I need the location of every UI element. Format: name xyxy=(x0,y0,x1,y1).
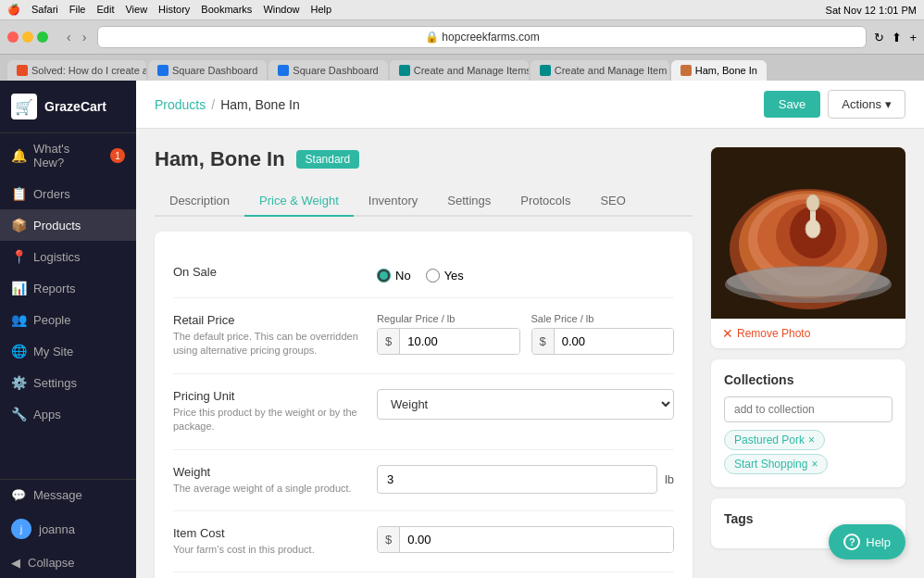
forward-button[interactable]: › xyxy=(79,30,91,44)
tab-inventory[interactable]: Inventory xyxy=(354,186,432,217)
actions-button[interactable]: Actions ▾ xyxy=(828,90,905,119)
help-button[interactable]: ? Help xyxy=(829,524,905,559)
tab-price-weight[interactable]: Price & Weight xyxy=(244,186,354,217)
sidebar-label-people: People xyxy=(33,313,70,327)
weight-desc: The average weight of a single product. xyxy=(173,482,358,496)
reports-icon: 📊 xyxy=(11,281,26,295)
product-image xyxy=(711,147,905,319)
sidebar-user[interactable]: j joanna xyxy=(0,510,136,547)
message-icon: 💬 xyxy=(11,488,26,502)
sidebar-item-logistics[interactable]: 📍 Logistics xyxy=(0,241,136,272)
on-sale-no-radio[interactable] xyxy=(377,269,391,283)
settings-icon: ⚙️ xyxy=(11,375,26,390)
item-cost-input-wrap: $ xyxy=(377,526,674,553)
on-sale-radio-group: No Yes xyxy=(377,265,674,283)
add-collection-input[interactable] xyxy=(724,396,893,422)
tab-2[interactable]: Square Dashboard xyxy=(148,60,267,81)
new-tab-icon[interactable]: + xyxy=(909,31,917,44)
apps-icon: 🔧 xyxy=(11,407,26,421)
tab-1[interactable]: Solved: How do I create a cu... xyxy=(7,60,146,81)
regular-price-input-wrap: $ xyxy=(377,328,520,355)
pricing-unit-select[interactable]: Weight Package xyxy=(377,389,674,420)
edit-menu[interactable]: Edit xyxy=(96,4,114,16)
tag-pastured-pork-remove[interactable]: × xyxy=(808,434,815,446)
sidebar-message[interactable]: 💬 Message xyxy=(0,480,136,510)
file-menu[interactable]: File xyxy=(69,4,86,16)
mac-menu: 🍎 Safari File Edit View History Bookmark… xyxy=(7,4,331,16)
sidebar-item-people[interactable]: 👥 People xyxy=(0,304,136,335)
pricing-unit-row: Pricing Unit Price this product by the w… xyxy=(173,374,674,450)
address-bar[interactable]: 🔒 hopcreekfarms.com xyxy=(97,26,867,48)
sidebar-item-products[interactable]: 📦 Products xyxy=(0,209,136,241)
mac-bar: 🍎 Safari File Edit View History Bookmark… xyxy=(0,0,924,20)
maximize-button[interactable] xyxy=(37,31,48,43)
sidebar-item-orders[interactable]: 📋 Orders xyxy=(0,178,136,209)
window-controls[interactable] xyxy=(7,31,48,43)
orders-icon: 📋 xyxy=(11,186,26,201)
tab-3-label: Square Dashboard xyxy=(293,65,378,76)
remove-photo-icon: ✕ xyxy=(722,326,733,341)
help-menu[interactable]: Help xyxy=(311,4,332,16)
minimize-button[interactable] xyxy=(22,31,33,43)
sale-price-input-wrap: $ xyxy=(531,328,675,355)
sidebar-item-apps[interactable]: 🔧 Apps xyxy=(0,398,136,430)
tag-pastured-pork: Pastured Pork × xyxy=(724,430,825,450)
tab-6-active[interactable]: Ham, Bone In xyxy=(671,60,767,81)
on-sale-yes-radio[interactable] xyxy=(426,269,440,283)
tab-6-label: Ham, Bone In xyxy=(695,65,757,76)
breadcrumb-products-link[interactable]: Products xyxy=(155,97,206,112)
item-cost-input[interactable] xyxy=(400,527,673,552)
weight-input[interactable] xyxy=(377,465,657,494)
tab-5[interactable]: Create and Manage Item Op... xyxy=(531,60,669,81)
share-icon[interactable]: ⬆ xyxy=(892,31,902,44)
item-cost-control: $ xyxy=(377,526,674,553)
sidebar-collapse[interactable]: ◀ Collapse xyxy=(0,547,136,578)
tab-2-favicon xyxy=(157,65,169,76)
on-sale-yes-option[interactable]: Yes xyxy=(426,269,464,283)
history-menu[interactable]: History xyxy=(158,4,190,16)
sidebar-item-reports[interactable]: 📊 Reports xyxy=(0,272,136,304)
apple-menu[interactable]: 🍎 xyxy=(7,4,20,16)
user-avatar: j xyxy=(11,519,31,539)
help-circle-icon: ? xyxy=(843,534,860,550)
tab-3[interactable]: Square Dashboard xyxy=(268,60,387,81)
sidebar-item-whats-new[interactable]: 🔔 What's New? 1 xyxy=(0,133,136,178)
on-sale-no-option[interactable]: No xyxy=(377,269,411,283)
weight-row: Weight The average weight of a single pr… xyxy=(173,450,674,511)
item-cost-label: Item Cost xyxy=(173,526,358,540)
my-site-icon: 🌐 xyxy=(11,344,26,358)
sidebar-label-settings: Settings xyxy=(33,376,77,390)
window-menu[interactable]: Window xyxy=(263,4,299,16)
tab-settings[interactable]: Settings xyxy=(432,186,506,217)
sidebar-item-my-site[interactable]: 🌐 My Site xyxy=(0,335,136,367)
sale-price-input[interactable] xyxy=(555,329,673,354)
bookmarks-menu[interactable]: Bookmarks xyxy=(201,4,252,16)
tag-start-shopping-remove[interactable]: × xyxy=(811,459,818,470)
nav-arrows: ‹ › xyxy=(63,30,90,44)
product-header: Ham, Bone In Standard xyxy=(155,147,693,171)
tab-protocols[interactable]: Protocols xyxy=(506,186,585,217)
tab-description[interactable]: Description xyxy=(155,186,244,217)
sidebar-label-my-site: My Site xyxy=(33,345,73,358)
tab-4[interactable]: Create and Manage Items fr... xyxy=(390,60,529,81)
remove-photo-row[interactable]: ✕ Remove Photo xyxy=(711,319,905,348)
tab-seo[interactable]: SEO xyxy=(585,186,640,217)
collapse-icon: ◀ xyxy=(11,556,20,570)
tab-5-label: Create and Manage Item Op... xyxy=(555,65,669,76)
sale-price-symbol: $ xyxy=(532,329,555,354)
back-button[interactable]: ‹ xyxy=(63,30,75,44)
lock-icon: 🔒 xyxy=(425,31,439,44)
sidebar-item-settings[interactable]: ⚙️ Settings xyxy=(0,367,136,398)
save-button[interactable]: Save xyxy=(764,91,821,118)
regular-price-input[interactable] xyxy=(400,329,518,354)
message-label: Message xyxy=(33,488,82,502)
weight-unit-label: lb xyxy=(665,472,674,486)
on-sale-label: On Sale xyxy=(173,265,358,279)
close-button[interactable] xyxy=(7,31,19,43)
url-text: hopcreekfarms.com xyxy=(442,31,539,44)
reload-icon[interactable]: ↻ xyxy=(874,31,884,44)
safari-menu[interactable]: Safari xyxy=(31,4,58,16)
top-bar-actions: Save Actions ▾ xyxy=(764,90,905,119)
view-menu[interactable]: View xyxy=(125,4,147,16)
weight-label-col: Weight The average weight of a single pr… xyxy=(173,465,358,496)
